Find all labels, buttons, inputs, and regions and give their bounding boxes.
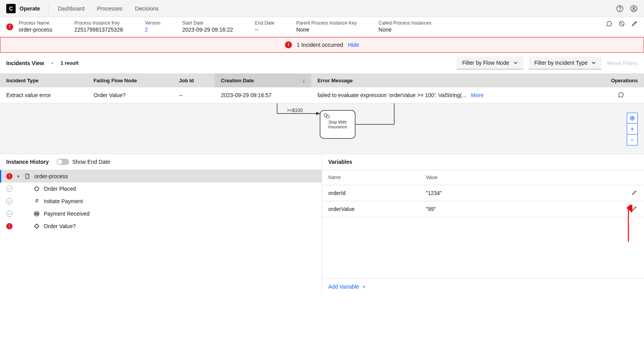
process-name-value: order-process — [19, 27, 52, 33]
row-retry-icon[interactable] — [617, 91, 624, 98]
start-date-value: 2023-09-29 09:16:22 — [182, 27, 233, 33]
tree-label: Payment Received — [44, 211, 90, 217]
svg-point-1 — [620, 10, 620, 11]
instance-history-title: Instance History — [6, 159, 49, 165]
tree-row-root[interactable]: ! ▼ order-process — [0, 170, 322, 183]
incidents-bar: Incidents View - 1 result Filter by Flow… — [0, 53, 644, 74]
svg-text:>=$100: >=$100 — [287, 108, 303, 113]
version-label: Version — [145, 20, 160, 26]
incident-badge-icon: ! — [6, 23, 13, 30]
retry-icon[interactable] — [606, 20, 613, 27]
ok-status-icon: ✓ — [6, 186, 12, 192]
variable-row: orderId "1234" — [322, 185, 644, 201]
nav-dashboard[interactable]: Dashboard — [58, 5, 85, 12]
ok-status-icon: ✓ — [6, 198, 12, 204]
error-more-link[interactable]: More — [471, 92, 484, 98]
incidents-title: Incidents View — [6, 60, 44, 66]
tree-label: Initiate Payment — [44, 198, 83, 204]
chevron-down-icon — [591, 60, 596, 65]
svg-rect-16 — [34, 224, 39, 228]
instance-meta: ! Process Name order-process Process Ins… — [0, 17, 644, 37]
caret-down-icon[interactable]: ▼ — [16, 174, 20, 179]
parent-value: None — [296, 27, 357, 33]
version-value[interactable]: 2 — [145, 27, 160, 33]
col-creation-date[interactable]: Creation Date ↓ — [215, 74, 311, 87]
nav-processes[interactable]: Processes — [97, 5, 122, 12]
tree-row-payment-received[interactable]: ✓ Payment Received — [0, 207, 322, 220]
incidents-table: Incident Type Failing Flow Node Job Id C… — [0, 74, 644, 103]
help-icon[interactable] — [616, 5, 624, 12]
banner-hide-link[interactable]: Hide — [348, 42, 359, 48]
variables-pane: Variables Name Value orderId "1234" orde… — [322, 154, 644, 294]
diagram-svg: >=$100 Ship With Insurance — [0, 103, 429, 154]
gateway-icon — [34, 223, 40, 229]
zoom-out-button[interactable]: − — [627, 135, 638, 145]
ok-status-icon: ✓ — [6, 211, 12, 217]
plus-icon: + — [362, 284, 365, 290]
edit-icon[interactable] — [632, 206, 638, 212]
incidents-dash: - — [47, 60, 57, 66]
instance-key-label: Process Instance Key — [74, 20, 123, 26]
filter-flow-label: Filter by Flow Node — [462, 60, 509, 66]
var-col-value: Value — [426, 175, 438, 180]
nav-decisions[interactable]: Decisions — [135, 5, 159, 12]
message-icon — [34, 211, 40, 217]
circle-icon — [34, 186, 40, 192]
reset-filters-link[interactable]: Reset Filters — [607, 60, 638, 66]
show-end-date-label: Show End Date — [72, 159, 110, 165]
svg-point-12 — [632, 118, 633, 119]
tree-row-order-placed[interactable]: ✓ Order Placed — [0, 183, 322, 195]
cell-created: 2023-09-29 09:16:57 — [215, 87, 311, 103]
gear-icon — [34, 198, 40, 204]
parent-label: Parent Process Instance Key — [296, 20, 357, 26]
col-operations[interactable]: Operations — [584, 74, 644, 87]
add-variable-button[interactable]: Add Variable + — [322, 278, 644, 294]
target-icon — [630, 115, 635, 121]
zoom-in-button[interactable]: + — [627, 124, 638, 135]
cell-jobid: -- — [173, 87, 215, 103]
zoom-controls: + − — [627, 113, 638, 145]
var-name: orderId — [328, 190, 426, 196]
incident-banner: ! 1 Incident occurred Hide — [0, 37, 644, 53]
process-name-label: Process Name — [19, 20, 52, 26]
tree-row-order-value[interactable]: ! Order Value? — [0, 220, 322, 232]
tree-label: Order Placed — [44, 186, 76, 192]
cancel-icon[interactable] — [618, 20, 625, 27]
variables-title: Variables — [328, 159, 352, 165]
var-value: "1234" — [426, 190, 632, 196]
svg-point-13 — [35, 187, 39, 191]
cell-type: Extract value error — [0, 87, 87, 103]
svg-text:Ship With: Ship With — [328, 120, 347, 124]
var-value: "99" — [426, 206, 632, 212]
variables-header: Name Value — [322, 170, 644, 185]
document-icon — [24, 173, 30, 179]
incident-row[interactable]: Extract value error Order Value? -- 2023… — [0, 87, 644, 103]
var-name: orderValue — [328, 206, 426, 212]
modify-icon[interactable] — [631, 20, 638, 27]
sort-desc-icon: ↓ — [302, 78, 305, 83]
show-end-date-toggle[interactable] — [57, 159, 69, 165]
banner-text: 1 Incident occurred — [297, 42, 343, 48]
filter-flow-node-button[interactable]: Filter by Flow Node — [457, 57, 523, 69]
col-incident-type[interactable]: Incident Type — [0, 74, 87, 87]
end-date-value: -- — [255, 27, 274, 33]
variable-row: orderValue "99" — [322, 201, 644, 217]
col-failing-node[interactable]: Failing Flow Node — [87, 74, 173, 87]
incidents-count: 1 result — [60, 60, 78, 66]
svg-point-3 — [633, 7, 635, 9]
banner-alert-icon: ! — [285, 41, 292, 48]
error-status-icon: ! — [6, 173, 12, 179]
filter-incident-type-button[interactable]: Filter by Incident Type — [529, 57, 602, 69]
cell-node: Order Value? — [87, 87, 173, 103]
start-date-label: Start Date — [182, 20, 233, 26]
tree-row-initiate-payment[interactable]: ✓ Initiate Payment — [0, 195, 322, 207]
zoom-reset-button[interactable] — [627, 113, 638, 124]
user-icon[interactable] — [630, 5, 638, 12]
called-label: Called Process Instances — [379, 20, 431, 26]
error-status-icon: ! — [6, 223, 12, 229]
col-job-id[interactable]: Job Id — [173, 74, 215, 87]
bpmn-diagram[interactable]: >=$100 Ship With Insurance + − — [0, 103, 644, 154]
history-tree: ! ▼ order-process ✓ Order Placed ✓ — [0, 170, 322, 294]
edit-icon[interactable] — [632, 190, 638, 196]
col-error-message[interactable]: Error Message — [311, 74, 584, 87]
